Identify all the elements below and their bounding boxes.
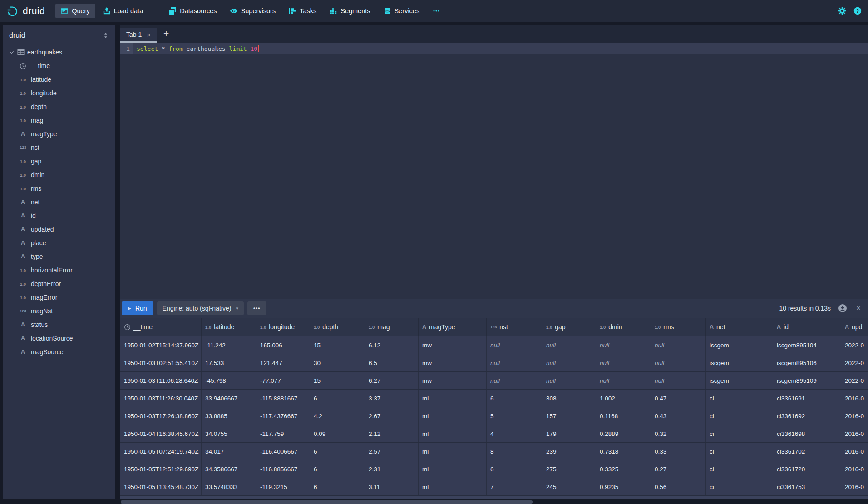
table-cell[interactable]: -116.4006667: [256, 443, 310, 460]
table-cell[interactable]: ci3361691: [773, 390, 841, 407]
table-cell[interactable]: 33.8885: [202, 407, 256, 425]
table-cell[interactable]: 2022-0: [841, 354, 868, 371]
table-cell[interactable]: 34.3586667: [202, 460, 256, 478]
table-cell[interactable]: -117.759: [256, 425, 310, 442]
table-cell[interactable]: 30: [310, 354, 365, 371]
table-cell[interactable]: -117.4376667: [256, 407, 310, 425]
double-caret-sort-icon[interactable]: [102, 32, 109, 39]
table-cell[interactable]: 2.31: [365, 460, 419, 478]
table-cell[interactable]: 0.2889: [596, 425, 651, 442]
table-cell[interactable]: 1950-01-05T13:45:48.730Z: [120, 478, 202, 495]
table-cell[interactable]: 6: [310, 460, 365, 478]
table-cell[interactable]: 2.67: [365, 407, 419, 425]
table-cell[interactable]: 0.9235: [596, 478, 651, 495]
run-button[interactable]: ▶ Run: [122, 301, 153, 315]
column-header-rms[interactable]: 1.0rms: [651, 318, 706, 336]
table-cell[interactable]: 308: [542, 390, 596, 407]
table-cell[interactable]: ci: [706, 478, 773, 495]
sidebar-column-__time[interactable]: __time: [3, 59, 115, 73]
column-header-longitude[interactable]: 1.0longitude: [256, 318, 310, 336]
table-cell[interactable]: ci: [706, 390, 773, 407]
table-cell[interactable]: 7: [487, 478, 542, 495]
table-cell[interactable]: iscgem895109: [773, 372, 841, 389]
table-cell[interactable]: 275: [542, 460, 596, 478]
table-cell[interactable]: 6: [487, 390, 542, 407]
table-cell[interactable]: null: [596, 354, 651, 371]
table-cell[interactable]: 8: [487, 443, 542, 460]
sidebar-column-rms[interactable]: 1.0rms: [3, 182, 115, 195]
table-cell[interactable]: ml: [419, 460, 487, 478]
table-cell[interactable]: null: [651, 336, 706, 354]
table-cell[interactable]: 2022-0: [841, 336, 868, 354]
table-cell[interactable]: 3.37: [365, 390, 419, 407]
table-cell[interactable]: 1950-01-03T11:06:28.640Z: [120, 372, 202, 389]
table-cell[interactable]: 15: [310, 372, 365, 389]
table-cell[interactable]: 239: [542, 443, 596, 460]
table-cell[interactable]: 6.12: [365, 336, 419, 354]
table-cell[interactable]: 15: [310, 336, 365, 354]
settings-icon[interactable]: [838, 7, 846, 15]
table-cell[interactable]: ci3361698: [773, 425, 841, 442]
table-cell[interactable]: 0.1168: [596, 407, 651, 425]
table-cell[interactable]: 3.11: [365, 478, 419, 495]
table-cell[interactable]: null: [487, 354, 542, 371]
table-cell[interactable]: iscgem: [706, 372, 773, 389]
table-cell[interactable]: 0.56: [651, 478, 706, 495]
table-cell[interactable]: 157: [542, 407, 596, 425]
table-cell[interactable]: 2016-0: [841, 390, 868, 407]
table-cell[interactable]: 34.0755: [202, 425, 256, 442]
table-cell[interactable]: 2016-0: [841, 425, 868, 442]
table-cell[interactable]: ci3361702: [773, 443, 841, 460]
table-cell[interactable]: ci: [706, 425, 773, 442]
sidebar-column-magsource[interactable]: AmagSource: [3, 345, 115, 359]
table-row-partial[interactable]: [120, 495, 868, 499]
column-header-net[interactable]: Anet: [706, 318, 773, 336]
sidebar-column-mag[interactable]: 1.0mag: [3, 114, 115, 127]
sidebar-column-latitude[interactable]: 1.0latitude: [3, 73, 115, 86]
table-cell[interactable]: 1950-01-04T16:38:45.670Z: [120, 425, 202, 442]
table-cell[interactable]: null: [596, 372, 651, 389]
table-cell[interactable]: 1950-01-03T11:26:30.040Z: [120, 390, 202, 407]
tab-1[interactable]: Tab 1 ×: [120, 28, 157, 43]
table-cell[interactable]: 17.533: [202, 354, 256, 371]
table-cell[interactable]: ci: [706, 460, 773, 478]
table-cell[interactable]: mw: [419, 372, 487, 389]
nav-item-tasks[interactable]: Tasks: [283, 4, 322, 18]
table-cell[interactable]: -115.8881667: [256, 390, 310, 407]
sidebar-column-nst[interactable]: 123nst: [3, 141, 115, 154]
sidebar-column-place[interactable]: Aplace: [3, 236, 115, 250]
table-cell[interactable]: 121.447: [256, 354, 310, 371]
datasource-tree-item[interactable]: earthquakes: [3, 45, 115, 59]
editor-line-1[interactable]: 1 select * from earthquakes limit 10: [120, 43, 868, 54]
table-cell[interactable]: 6: [310, 390, 365, 407]
table-cell[interactable]: iscgem: [706, 354, 773, 371]
sidebar-column-magnst[interactable]: 123magNst: [3, 304, 115, 318]
sidebar-column-horizontalerror[interactable]: 1.0horizontalError: [3, 263, 115, 277]
table-cell[interactable]: 0.27: [651, 460, 706, 478]
table-cell[interactable]: 1950-01-02T15:14:37.960Z: [120, 336, 202, 354]
table-cell[interactable]: mw: [419, 354, 487, 371]
sidebar-column-gap[interactable]: 1.0gap: [3, 154, 115, 168]
table-cell[interactable]: 0.09: [310, 425, 365, 442]
table-cell[interactable]: 0.7318: [596, 443, 651, 460]
table-cell[interactable]: 2016-0: [841, 460, 868, 478]
table-cell[interactable]: 1950-01-05T12:51:29.690Z: [120, 460, 202, 478]
table-cell[interactable]: 1950-01-03T02:51:55.410Z: [120, 354, 202, 371]
table-cell[interactable]: -116.8856667: [256, 460, 310, 478]
sql-editor[interactable]: 1 select * from earthquakes limit 10: [120, 43, 868, 299]
nav-item-supervisors[interactable]: Supervisors: [225, 4, 281, 18]
nav-item-load-data[interactable]: Load data: [98, 4, 149, 18]
nav-item-more[interactable]: [427, 4, 445, 18]
table-cell[interactable]: 33.5748333: [202, 478, 256, 495]
table-cell[interactable]: 1950-01-05T07:24:19.740Z: [120, 443, 202, 460]
table-cell[interactable]: 2022-0: [841, 372, 868, 389]
table-cell[interactable]: 0.33: [651, 443, 706, 460]
close-results-icon[interactable]: ×: [853, 304, 863, 313]
table-cell[interactable]: 6: [310, 478, 365, 495]
table-cell[interactable]: 2.12: [365, 425, 419, 442]
download-results-icon[interactable]: [838, 304, 847, 313]
table-cell[interactable]: 0.43: [651, 407, 706, 425]
sidebar-column-locationsource[interactable]: AlocationSource: [3, 331, 115, 345]
table-cell[interactable]: ml: [419, 425, 487, 442]
sidebar-column-depth[interactable]: 1.0depth: [3, 100, 115, 114]
